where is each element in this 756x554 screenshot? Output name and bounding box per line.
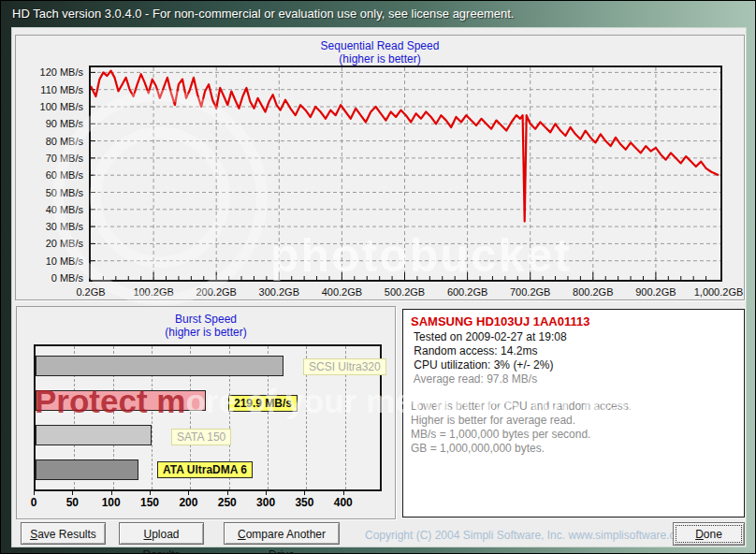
burst-axis-tick (304, 491, 305, 495)
drive-info-line: Tested on 2009-02-27 at 19:08 (411, 330, 736, 344)
burst-bar (36, 390, 206, 411)
burst-bar-label: ATA UltraDMA 6 (157, 461, 253, 478)
burst-chart-title: Burst Speed (17, 313, 395, 326)
drive-info-line: Random access: 14.2ms (411, 344, 736, 358)
burst-x-tick-label: 250 (218, 496, 237, 509)
burst-x-tick-label: 200 (179, 496, 197, 509)
drive-info-lines: Tested on 2009-02-27 at 19:08 Random acc… (411, 330, 736, 456)
done-button[interactable]: Done (673, 522, 745, 546)
drive-info-line: MB/s = 1,000,000 bytes per second. (411, 428, 736, 442)
burst-axis-tick (72, 491, 73, 495)
burst-chart-subtitle: (higher is better) (17, 326, 395, 339)
drive-info-line: CPU utilization: 3% (+/- 2%) (411, 358, 736, 372)
burst-axis-tick (188, 491, 189, 495)
drive-info-line: GB = 1,000,000,000 bytes. (411, 442, 736, 456)
read-x-tick-label: 900.2GB (635, 286, 676, 298)
copyright-text: Copyright (C) 2004 Simpli Software, Inc.… (365, 529, 691, 542)
done-button-label: Done (676, 525, 742, 543)
drive-info-line: Higher is better for average read. (411, 414, 736, 428)
burst-axis-tick (266, 491, 267, 495)
read-chart-x-axis-labels: 0.2GB100.2GB200.2GB300.2GB400.2GB500.2GB… (16, 36, 744, 299)
read-x-tick-label: 800.2GB (573, 286, 613, 298)
burst-x-tick-label: 150 (140, 496, 159, 509)
burst-bar (36, 425, 152, 445)
burst-x-tick-label: 350 (295, 496, 313, 509)
drive-info-line: Lower is better for CPU and random acces… (411, 400, 736, 414)
title-bar[interactable]: HD Tach version 3.0.4.0 - For non-commer… (3, 1, 753, 25)
read-x-tick-label: 500.2GB (385, 286, 425, 298)
burst-x-tick-label: 0 (31, 496, 37, 509)
burst-axis-tick (343, 491, 344, 495)
read-x-tick-label: 400.2GB (322, 286, 362, 298)
burst-bar (36, 459, 138, 480)
compare-another-drive-button[interactable]: Compare Another Drive (224, 522, 340, 545)
hdtach-window: HD Tach version 3.0.4.0 - For non-commer… (0, 0, 756, 554)
read-x-tick-label: 1,000.2GB (694, 286, 744, 298)
drive-info-line: Average read: 97.8 MB/s (411, 372, 736, 386)
window-content: Sequential Read Speed (higher is better)… (11, 27, 747, 547)
burst-x-tick-label: 50 (66, 496, 79, 509)
burst-axis-tick (150, 491, 151, 495)
burst-axis-tick (34, 491, 35, 495)
read-x-tick-label: 200.2GB (196, 286, 236, 298)
burst-bar-label: SATA 150 (171, 429, 231, 445)
burst-x-tick-label: 300 (256, 496, 275, 509)
read-x-tick-label: 100.2GB (133, 286, 173, 298)
drive-info-panel: SAMSUNG HD103UJ 1AA01113 Tested on 2009-… (402, 309, 745, 518)
burst-speed-panel: Burst Speed (higher is better) 050100150… (16, 306, 396, 519)
burst-axis-tick (227, 491, 228, 495)
drive-model-label: SAMSUNG HD103UJ 1AA01113 (411, 314, 736, 328)
burst-x-tick-label: 400 (334, 496, 353, 509)
window-title: HD Tach version 3.0.4.0 - For non-commer… (12, 7, 514, 21)
upload-results-button[interactable]: Upload Results (119, 522, 204, 545)
burst-bar-label: SCSI Ultra320 (303, 358, 386, 375)
burst-bar-label: 219.9 MB/s (228, 395, 298, 412)
read-x-tick-label: 700.2GB (510, 286, 550, 298)
read-x-tick-label: 0.2GB (76, 286, 105, 298)
burst-x-tick-label: 100 (102, 496, 121, 509)
burst-axis-tick (111, 491, 112, 495)
read-x-tick-label: 600.2GB (447, 286, 487, 298)
save-results-button[interactable]: Save Results (21, 522, 106, 545)
sequential-read-panel: Sequential Read Speed (higher is better)… (15, 35, 745, 300)
read-x-tick-label: 300.2GB (259, 286, 299, 298)
burst-bar (36, 356, 284, 376)
drive-info-line (411, 386, 736, 400)
